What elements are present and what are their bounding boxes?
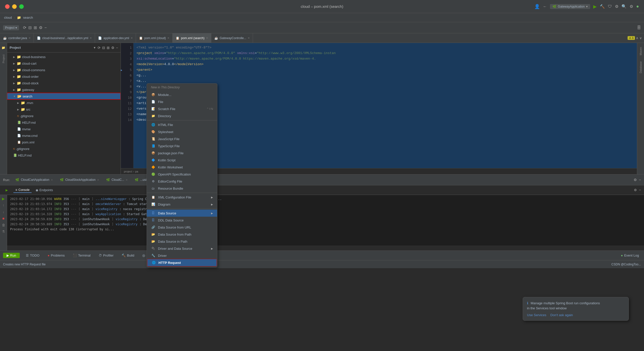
use-services-link[interactable]: Use Services (527, 313, 546, 317)
sidebar-item-cloud-commons[interactable]: ▶ 📁 cloud-commons (7, 67, 121, 73)
terminal-tab-endpoints[interactable]: ◉ Endpoints (34, 188, 55, 193)
clear-icon[interactable]: 🗑 (1, 222, 6, 228)
avatar-icon[interactable]: 👤 (534, 4, 540, 9)
tab-close-icon[interactable]: ✕ (248, 37, 250, 39)
coverage-icon[interactable]: 🛡 (608, 4, 612, 9)
expand-icon[interactable]: ∧ (636, 36, 638, 40)
close-button[interactable] (5, 4, 10, 9)
menu-item-directory[interactable]: 📁 Directory (147, 112, 217, 119)
breadcrumb-project[interactable]: cloud (4, 16, 12, 19)
sync-icon[interactable]: ⟳ (98, 46, 101, 50)
settings-icon[interactable]: ⚙ (615, 4, 618, 9)
terminal-tab-console[interactable]: ≡ Console (13, 187, 32, 193)
sidebar-item-pom-xml-search[interactable]: 📋 pom.xml (7, 139, 121, 145)
run-button[interactable]: ▶ Run (3, 253, 20, 258)
scroll-up-icon[interactable]: ↑ (1, 203, 6, 208)
expand-all-icon[interactable]: ⊞ (34, 25, 37, 30)
run-tab-cloud-c[interactable]: 🌿 CloudC... ✕ (104, 177, 130, 182)
run-config-dropdown[interactable]: 🌿 GatewayApplication ▾ (550, 4, 590, 9)
run-tab-cloud-cart[interactable]: 🌿 CloudCartApplication ✕ (13, 177, 55, 182)
settings-run-icon[interactable]: ⚙ (634, 178, 637, 182)
menu-item-resource-bundle[interactable]: 🗂 Resource Bundle (147, 185, 217, 192)
sidebar-item-help-md-search[interactable]: 📗 HELP.md (7, 119, 121, 126)
sidebar-item-cloud-order[interactable]: ▶ 📁 cloud-order (7, 73, 121, 80)
notification-icon[interactable]: ● (636, 4, 639, 9)
filter-icon[interactable]: ⚗ (1, 229, 6, 234)
dont-ask-link[interactable]: Don't ask again (550, 313, 573, 317)
menu-item-xml-config[interactable]: 📋 XML Configuration File ▶ (147, 194, 217, 201)
menu-item-javascript-file[interactable]: 📜 JavaScript File (147, 135, 217, 142)
run-again-icon[interactable]: ▶ (1, 196, 6, 202)
close-icon[interactable]: ✕ (97, 179, 99, 181)
tab-close-icon[interactable]: ✕ (90, 37, 92, 39)
project-side-icon[interactable]: 📁 (1, 45, 6, 51)
search-toolbar-icon[interactable]: 🔍 (622, 4, 627, 9)
sidebar-item-mvnw-cmd[interactable]: 📄 mvnw.cmd (7, 132, 121, 139)
menu-item-data-source-in-path[interactable]: 📂 Data Source in Path (147, 238, 217, 245)
expand-icon[interactable]: ⊞ (107, 46, 110, 50)
menu-item-html-file[interactable]: 🌐 HTML File (147, 121, 217, 128)
sidebar-item-help-md-root[interactable]: 📗 HELP.md (7, 152, 121, 159)
build-button[interactable]: 🔨 Build (120, 253, 136, 258)
terminal-button[interactable]: ⬛ Terminal (71, 253, 93, 258)
maven-side-label[interactable]: Maven (639, 45, 643, 57)
sync-icon[interactable]: ⟳ (23, 25, 26, 30)
stop-icon[interactable]: ■ (1, 216, 6, 221)
collapse-all-icon[interactable]: ⊟ (28, 25, 32, 30)
sidebar-item-gitignore-search[interactable]: ⎋ .gitignore (7, 113, 121, 119)
tab-gateway-controller[interactable]: ☕ GatewayControlle... ✕ (211, 33, 253, 43)
minus-icon[interactable]: − (44, 26, 47, 30)
run-play-button[interactable]: ▶ (3, 188, 10, 193)
maximize-button[interactable] (19, 4, 24, 9)
tab-close-icon[interactable]: ✕ (29, 37, 31, 39)
menu-item-openapi[interactable]: 🟢 OpenAPI Specification (147, 171, 217, 178)
menu-item-file[interactable]: 📄 File (147, 98, 217, 105)
menu-item-diagram[interactable]: 📊 Diagram ▶ (147, 201, 217, 208)
menu-item-module[interactable]: 📦 Module... (147, 91, 217, 98)
event-log-button[interactable]: ● Event Log (619, 253, 641, 258)
menu-item-data-source-from-path[interactable]: 📂 Data Source from Path (147, 231, 217, 238)
sidebar-item-src[interactable]: ▶ 📁 src (7, 106, 121, 113)
collapse-icon[interactable]: ⊟ (102, 46, 105, 50)
menu-item-ddl-data-source[interactable]: 🗄 DDL Data Source (147, 217, 217, 224)
tab-pom-xml-cloud[interactable]: 📋 pom.xml (cloud) ✕ (136, 33, 173, 43)
database-side-label[interactable]: Database (639, 59, 643, 75)
menu-item-driver-and-data-source[interactable]: 🔌 Driver and Data Source ▶ (147, 245, 217, 252)
tab-close-icon[interactable]: ✕ (131, 37, 133, 39)
minus-run-icon[interactable]: − (639, 178, 641, 182)
minus-icon[interactable]: − (116, 46, 118, 50)
run-icon[interactable]: ▶ (593, 4, 597, 9)
sidebar-dropdown-icon[interactable]: ▾ (94, 46, 96, 49)
tab-application-dev-yml[interactable]: 📄 application-dev.yml ✕ (95, 33, 136, 43)
sidebar-item-cloud-cart[interactable]: ▶ 📁 cloud-cart (7, 60, 121, 67)
sidebar-item-cloud-bussiness[interactable]: ▶ 📁 cloud-bussiness (7, 54, 121, 60)
menu-item-editorconfig[interactable]: ⚙ EditorConfig File (147, 178, 217, 185)
menu-item-driver[interactable]: 🔧 Driver (147, 252, 217, 259)
tab-close-icon[interactable]: ✕ (167, 37, 169, 39)
scroll-down-icon[interactable]: ↓ (1, 209, 6, 215)
menu-item-package-json[interactable]: 📦 package.json File (147, 149, 217, 157)
sidebar-item-search[interactable]: ▼ 📂 search (7, 93, 121, 99)
profiler-button[interactable]: ⏱ Profiler (97, 253, 116, 258)
nav-back-icon[interactable]: ← (543, 4, 547, 9)
sidebar-item-gitignore-root[interactable]: ⎋ .gitignore (7, 145, 121, 152)
build-icon[interactable]: 🔨 (600, 4, 605, 9)
minimize-panel-icon[interactable]: − (639, 188, 641, 192)
tab-pom-xml-search[interactable]: 📋 pom.xml (search) ✕ (173, 33, 211, 43)
project-side-label[interactable]: Project (2, 53, 6, 65)
window-controls[interactable] (5, 4, 24, 9)
gear-icon[interactable]: ⚙ (630, 4, 633, 9)
breadcrumb-current[interactable]: search (23, 16, 33, 19)
tab-close-icon[interactable]: ✕ (206, 37, 208, 39)
close-icon[interactable]: ✕ (126, 179, 128, 181)
menu-item-typescript-file[interactable]: 📘 TypeScript File (147, 142, 217, 149)
menu-item-data-source[interactable]: 🗄 Data Source ▶ (147, 210, 217, 217)
sidebar-item-mvn[interactable]: ▶ 📁 .mvn (7, 99, 121, 106)
menu-item-stylesheet[interactable]: 🎨 Stylesheet (147, 128, 217, 135)
menu-item-scratch-file[interactable]: 📝 Scratch File ⌃⇧N (147, 105, 217, 112)
tab-application-yml-bussiness[interactable]: 📄 cloud-bussiness/.../application.yml ✕ (34, 33, 95, 43)
menu-item-data-source-from-url[interactable]: 🔗 Data Source from URL (147, 224, 217, 231)
run-tab-cloud-stock[interactable]: 🌿 CloudStockApplication ✕ (57, 177, 102, 182)
database-panel-icon[interactable]: 🗄 (637, 26, 641, 30)
sidebar-item-mvnw[interactable]: 📄 mvnw (7, 126, 121, 132)
